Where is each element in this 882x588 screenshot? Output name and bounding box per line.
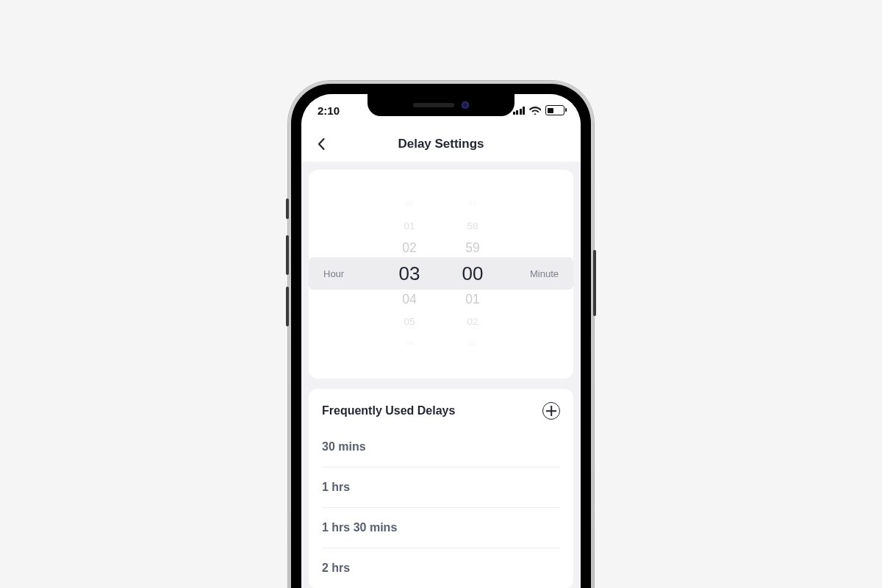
hour-option: 05 <box>404 314 415 329</box>
back-button[interactable] <box>315 137 329 151</box>
frequent-delays-card: Frequently Used Delays 30 mins 1 hrs 1 h… <box>309 389 573 588</box>
status-time: 2:10 <box>318 104 340 117</box>
nav-header: Delay Settings <box>301 126 581 162</box>
frequent-delays-list: 30 mins 1 hrs 1 hrs 30 mins 2 hrs <box>309 427 573 588</box>
hour-option: 02 <box>402 238 417 257</box>
frequent-delays-title: Frequently Used Delays <box>322 404 455 417</box>
minute-option: 58 <box>467 218 478 233</box>
frequent-delay-item[interactable]: 30 mins <box>322 427 560 467</box>
hour-option: 04 <box>402 290 417 309</box>
hour-picker[interactable]: 00 01 02 03 04 05 06 <box>387 186 432 361</box>
phone-frame: 2:10 Delay Settings <box>288 81 594 588</box>
frequent-delay-item[interactable]: 1 hrs 30 mins <box>322 508 560 548</box>
hour-option: 01 <box>404 218 415 233</box>
hour-option: 00 <box>406 198 414 209</box>
hour-selected: 03 <box>399 259 420 288</box>
page-title: Delay Settings <box>398 137 484 151</box>
minute-option: 59 <box>465 238 480 257</box>
frequent-delay-item[interactable]: 2 hrs <box>322 548 560 588</box>
minute-option: 03 <box>469 338 477 348</box>
cellular-icon <box>513 107 526 115</box>
minute-option: 57 <box>469 198 477 209</box>
time-picker-card: Hour Minute 00 01 02 03 04 05 <box>309 170 573 379</box>
minute-option: 01 <box>465 290 480 309</box>
minute-selected: 00 <box>462 259 484 288</box>
wifi-icon <box>529 106 541 115</box>
chevron-left-icon <box>315 137 329 151</box>
frequent-delay-item[interactable]: 1 hrs <box>322 467 560 508</box>
notch <box>368 94 514 116</box>
minute-picker[interactable]: 57 58 59 00 01 02 03 <box>450 186 495 361</box>
battery-icon <box>545 105 564 115</box>
hour-option: 06 <box>406 338 414 348</box>
minute-option: 02 <box>467 314 478 329</box>
add-delay-button[interactable] <box>542 402 560 420</box>
